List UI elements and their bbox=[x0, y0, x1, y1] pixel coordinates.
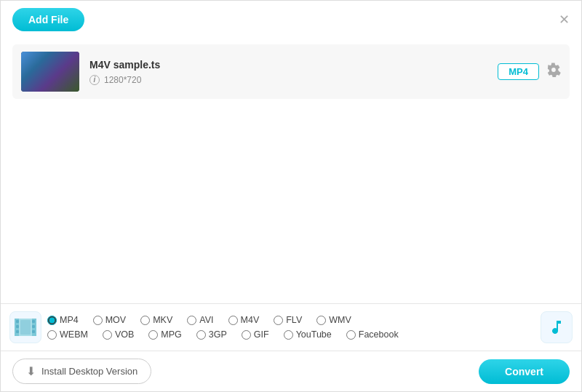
bottom-section: MP4MOVMKVAVIM4VFLVWMV WEBMVOBMPG3GPGIFYo… bbox=[1, 303, 581, 391]
format-options: MP4MOVMKVAVIM4VFLVWMV WEBMVOBMPG3GPGIFYo… bbox=[47, 315, 535, 340]
svg-rect-4 bbox=[16, 325, 19, 328]
format-option-flv[interactable]: FLV bbox=[274, 315, 302, 325]
format-label-m4v: M4V bbox=[241, 315, 260, 325]
format-label-wmv: WMV bbox=[329, 315, 351, 325]
svg-rect-9 bbox=[20, 320, 31, 335]
content-area bbox=[1, 105, 581, 272]
format-option-mov[interactable]: MOV bbox=[93, 315, 126, 325]
download-icon: ⬇ bbox=[26, 364, 36, 378]
music-note-icon bbox=[548, 319, 565, 336]
format-label-mp4: MP4 bbox=[60, 315, 79, 325]
audio-format-icon[interactable] bbox=[541, 311, 573, 343]
svg-rect-5 bbox=[16, 330, 19, 333]
format-option-mp4[interactable]: MP4 bbox=[47, 315, 79, 325]
format-label-mkv: MKV bbox=[153, 315, 172, 325]
format-label-mov: MOV bbox=[105, 315, 126, 325]
format-radio-m4v[interactable] bbox=[228, 316, 238, 325]
video-format-icon[interactable] bbox=[9, 311, 41, 343]
format-label-3gp: 3GP bbox=[209, 329, 227, 340]
format-option-wmv[interactable]: WMV bbox=[316, 315, 351, 325]
convert-button[interactable]: Convert bbox=[479, 359, 570, 384]
format-badge[interactable]: MP4 bbox=[498, 63, 539, 80]
format-radio-youtube[interactable] bbox=[284, 330, 293, 340]
format-radio-mp4[interactable] bbox=[47, 316, 57, 325]
format-option-avi[interactable]: AVI bbox=[187, 315, 213, 325]
add-file-button[interactable]: Add File bbox=[12, 8, 84, 31]
format-radio-flv[interactable] bbox=[274, 316, 283, 325]
svg-rect-6 bbox=[32, 320, 35, 323]
format-radio-facebook[interactable] bbox=[346, 330, 356, 340]
format-label-avi: AVI bbox=[199, 315, 213, 325]
format-option-webm[interactable]: WEBM bbox=[47, 329, 88, 340]
format-radio-gif[interactable] bbox=[242, 330, 251, 340]
svg-rect-7 bbox=[32, 325, 35, 328]
file-info: M4V sample.ts i 1280*720 bbox=[79, 59, 498, 85]
file-resolution: 1280*720 bbox=[104, 75, 141, 85]
settings-button[interactable] bbox=[546, 63, 561, 81]
file-thumbnail bbox=[21, 52, 79, 92]
format-option-mpg[interactable]: MPG bbox=[148, 329, 181, 340]
format-label-facebook: Facebook bbox=[359, 329, 399, 340]
format-label-youtube: YouTube bbox=[296, 329, 332, 340]
format-label-vob: VOB bbox=[115, 329, 134, 340]
format-option-3gp[interactable]: 3GP bbox=[196, 329, 227, 340]
format-label-gif: GIF bbox=[254, 329, 269, 340]
format-radio-wmv[interactable] bbox=[316, 316, 326, 325]
svg-rect-3 bbox=[16, 320, 19, 323]
format-bar: MP4MOVMKVAVIM4VFLVWMV WEBMVOBMPG3GPGIFYo… bbox=[1, 303, 581, 351]
install-desktop-button[interactable]: ⬇ Install Desktop Version bbox=[12, 359, 151, 384]
format-row-2: WEBMVOBMPG3GPGIFYouTubeFacebook bbox=[47, 329, 535, 340]
format-radio-mkv[interactable] bbox=[140, 316, 150, 325]
format-option-youtube[interactable]: YouTube bbox=[284, 329, 332, 340]
format-radio-webm[interactable] bbox=[47, 330, 57, 340]
svg-rect-8 bbox=[32, 330, 35, 333]
file-item: M4V sample.ts i 1280*720 MP4 bbox=[12, 44, 570, 99]
file-name: M4V sample.ts bbox=[89, 59, 498, 71]
file-meta: i 1280*720 bbox=[89, 75, 498, 85]
format-label-flv: FLV bbox=[286, 315, 302, 325]
format-option-gif[interactable]: GIF bbox=[242, 329, 269, 340]
file-list: M4V sample.ts i 1280*720 MP4 bbox=[1, 39, 581, 105]
footer-bar: ⬇ Install Desktop Version Convert bbox=[1, 351, 581, 391]
info-icon: i bbox=[89, 75, 100, 85]
format-row-1: MP4MOVMKVAVIM4VFLVWMV bbox=[47, 315, 535, 325]
install-label: Install Desktop Version bbox=[41, 366, 137, 377]
top-bar: Add File ✕ bbox=[1, 1, 581, 39]
format-radio-mpg[interactable] bbox=[148, 330, 158, 340]
format-option-m4v[interactable]: M4V bbox=[228, 315, 260, 325]
close-button[interactable]: ✕ bbox=[559, 13, 570, 26]
film-icon bbox=[15, 319, 36, 336]
format-radio-avi[interactable] bbox=[187, 316, 196, 325]
file-actions: MP4 bbox=[498, 63, 561, 81]
format-label-webm: WEBM bbox=[60, 329, 88, 340]
format-option-facebook[interactable]: Facebook bbox=[346, 329, 399, 340]
gear-icon bbox=[546, 63, 561, 77]
format-label-mpg: MPG bbox=[161, 329, 181, 340]
format-radio-mov[interactable] bbox=[93, 316, 103, 325]
format-option-mkv[interactable]: MKV bbox=[140, 315, 172, 325]
format-radio-vob[interactable] bbox=[103, 330, 112, 340]
format-radio-3gp[interactable] bbox=[196, 330, 206, 340]
format-option-vob[interactable]: VOB bbox=[103, 329, 134, 340]
